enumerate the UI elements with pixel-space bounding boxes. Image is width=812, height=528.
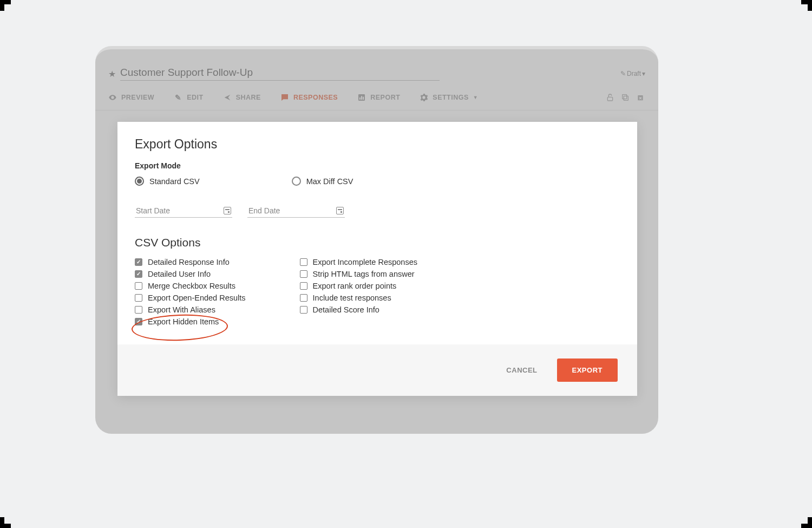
svg-rect-2: [361, 96, 362, 100]
delete-icon[interactable]: [636, 93, 645, 102]
checkbox-label: Merge Checkbox Results: [148, 282, 235, 290]
responses-icon: [280, 93, 289, 102]
checkbox-label: Detailed Score Info: [313, 305, 379, 314]
radio-label: Standard CSV: [149, 177, 200, 186]
export-mode-label: Export Mode: [135, 161, 620, 170]
csv-left-option-5[interactable]: Export Hidden Items: [135, 317, 246, 326]
page-title[interactable]: Customer Support Follow-Up: [120, 67, 440, 81]
svg-rect-3: [363, 97, 364, 100]
main-toolbar: PREVIEW ✎ EDIT SHARE RESPONSES REPORT: [95, 85, 658, 110]
checkbox-icon: [300, 270, 307, 278]
date-placeholder: End Date: [248, 206, 280, 215]
modal-title: Export Options: [135, 137, 620, 152]
tab-edit[interactable]: ✎ EDIT: [174, 93, 203, 102]
unlock-icon[interactable]: [605, 93, 615, 102]
checkbox-icon: [300, 282, 307, 290]
share-icon: [223, 93, 232, 102]
modal-footer: CANCEL EXPORT: [117, 344, 637, 396]
end-date-field[interactable]: End Date: [247, 204, 345, 218]
chevron-down-icon: ▾: [642, 70, 645, 77]
toolbar-actions: [605, 93, 645, 102]
radio-icon: [292, 177, 301, 186]
radio-maxdiff-csv[interactable]: Max Diff CSV: [292, 177, 353, 186]
checkbox-icon: [135, 294, 142, 302]
calendar-icon: [224, 207, 231, 214]
checkbox-icon: [300, 306, 307, 314]
radio-label: Max Diff CSV: [306, 177, 353, 186]
status-badge[interactable]: ✎ Draft ▾: [620, 70, 645, 77]
checkbox-label: Export Incomplete Responses: [313, 258, 417, 266]
csv-options-title: CSV Options: [135, 236, 620, 249]
cancel-button[interactable]: CANCEL: [506, 366, 537, 374]
checkbox-icon: [135, 258, 142, 266]
svg-rect-4: [607, 97, 612, 101]
checkbox-label: Detailed User Info: [148, 270, 211, 278]
checkbox-label: Export rank order points: [313, 282, 397, 290]
checkbox-icon: [135, 306, 142, 314]
checkbox-label: Export Open-Ended Results: [148, 294, 246, 302]
calendar-icon: [336, 207, 344, 214]
eye-icon: [108, 93, 117, 102]
csv-left-option-1[interactable]: Detailed User Info: [135, 270, 246, 278]
csv-right-option-3[interactable]: Include test responses: [300, 294, 417, 302]
tab-label: RESPONSES: [293, 94, 338, 101]
csv-right-option-1[interactable]: Strip HTML tags from answer: [300, 270, 417, 278]
chevron-down-icon: ▼: [473, 95, 478, 100]
status-label: Draft: [627, 70, 641, 77]
csv-left-option-2[interactable]: Merge Checkbox Results: [135, 282, 246, 290]
page-header: ★ Customer Support Follow-Up ✎ Draft ▾: [95, 60, 658, 85]
checkbox-icon: [135, 318, 142, 325]
csv-left-option-3[interactable]: Export Open-Ended Results: [135, 294, 246, 302]
pencil-icon: ✎: [174, 93, 182, 102]
chart-icon: [357, 93, 366, 102]
tab-label: SHARE: [236, 94, 261, 101]
checkbox-label: Export Hidden Items: [148, 317, 219, 326]
tab-share[interactable]: SHARE: [223, 93, 261, 102]
svg-rect-1: [359, 97, 361, 100]
csv-right-option-2[interactable]: Export rank order points: [300, 282, 417, 290]
tab-label: PREVIEW: [121, 94, 154, 101]
csv-right-option-0[interactable]: Export Incomplete Responses: [300, 258, 417, 266]
date-placeholder: Start Date: [136, 206, 170, 215]
csv-right-option-4[interactable]: Detailed Score Info: [300, 305, 417, 314]
svg-rect-6: [623, 95, 627, 99]
tab-label: EDIT: [187, 94, 203, 101]
checkbox-icon: [135, 282, 142, 290]
svg-rect-5: [624, 96, 628, 100]
radio-icon: [135, 177, 144, 186]
start-date-field[interactable]: Start Date: [135, 204, 232, 218]
checkbox-label: Detailed Response Info: [148, 258, 230, 266]
tab-responses[interactable]: RESPONSES: [280, 93, 338, 102]
tab-label: SETTINGS: [433, 94, 469, 101]
csv-left-option-0[interactable]: Detailed Response Info: [135, 258, 246, 266]
star-icon[interactable]: ★: [108, 69, 116, 79]
csv-left-option-4[interactable]: Export With Aliases: [135, 305, 246, 314]
export-button[interactable]: EXPORT: [557, 358, 618, 382]
checkbox-label: Include test responses: [313, 294, 391, 302]
tab-preview[interactable]: PREVIEW: [108, 93, 154, 102]
tab-settings[interactable]: SETTINGS ▼: [420, 93, 478, 102]
tab-report[interactable]: REPORT: [357, 93, 400, 102]
checkbox-label: Export With Aliases: [148, 305, 215, 314]
checkbox-icon: [300, 294, 307, 302]
export-modal: Export Options Export Mode Standard CSV …: [117, 122, 637, 396]
checkbox-icon: [300, 258, 307, 266]
copy-icon[interactable]: [620, 93, 630, 102]
gear-icon: [420, 93, 428, 102]
checkbox-label: Strip HTML tags from answer: [313, 270, 415, 278]
radio-standard-csv[interactable]: Standard CSV: [135, 177, 200, 186]
checkbox-icon: [135, 270, 142, 278]
tab-label: REPORT: [370, 94, 400, 101]
pencil-icon: ✎: [620, 70, 626, 77]
